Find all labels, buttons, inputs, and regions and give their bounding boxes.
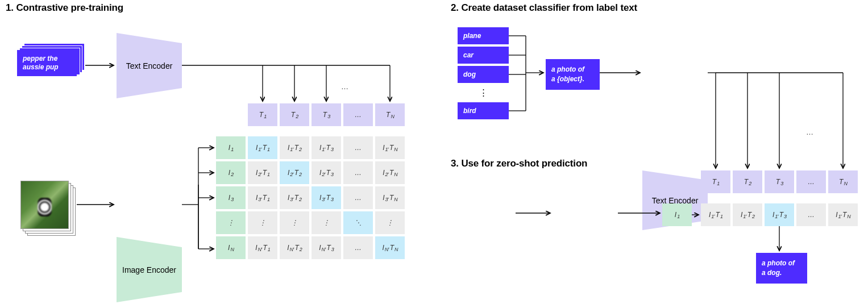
label-plane: plane [458,27,509,44]
t3-2: T3 [765,170,794,193]
label-bird: bird [458,102,509,119]
t3-0: T1 [701,170,730,193]
sim-row: I1·T1 I1·T2 I1·T3 … I1·TN [701,203,858,226]
section3-title: 3. Use for zero-shot prediction [451,158,587,169]
label-dog: dog [458,66,509,83]
s-4: I1·TN [828,203,858,226]
t-header-row-3: T1 T2 T3 … TN [701,170,858,193]
label-list: plane car dog ⋮ bird [458,27,509,119]
result-box: a photo of a dog. [756,253,807,284]
result-l1: a photo of [762,259,801,268]
s-0: I1·T1 [701,203,730,226]
s-3: … [796,203,826,226]
i1-cell: I1 [662,203,692,226]
prompt-l2: a {object}. [551,74,594,84]
t3-1: T2 [733,170,762,193]
section2-title: 2. Create dataset classifier from label … [451,2,637,14]
label-car: car [458,47,509,64]
t3-3: … [796,170,826,193]
section1-arrows [0,0,432,304]
clip-diagram: 1. Contrastive pre-training pepper the a… [0,0,868,304]
s-1: I1·T2 [733,203,762,226]
result-l2: a dog. [762,268,801,278]
label-vdots: ⋮ [458,85,509,100]
prompt-template: a photo of a {object}. [546,59,600,90]
s-2: I1·T3 [765,203,794,226]
section2-top-ellipsis: … [806,128,813,136]
prompt-l1: a photo of [551,65,594,74]
t3-4: TN [828,170,858,193]
